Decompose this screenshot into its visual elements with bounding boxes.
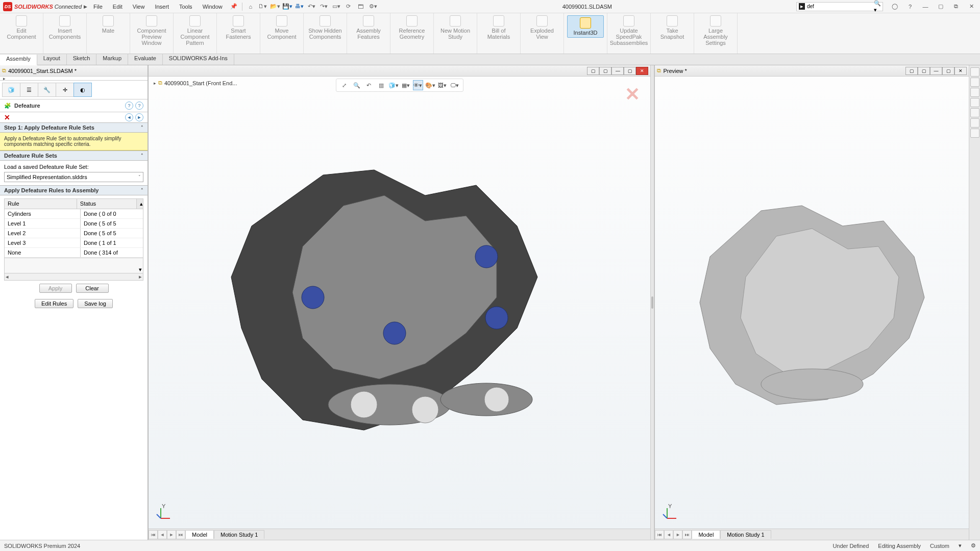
property-manager-tab-icon[interactable]: ☰ <box>20 83 38 97</box>
graphics-area[interactable]: ▸ ⧉ 40099001_Start (Front End... ⤢ 🔍 ↶ ▥… <box>149 77 650 529</box>
preview-triad-icon[interactable]: Y <box>662 504 678 520</box>
menu-window[interactable]: Window <box>199 3 227 11</box>
command-search[interactable]: ▸ 🔍▾ <box>796 2 883 11</box>
ribbon-assembly-features[interactable]: Assembly Features <box>350 15 387 40</box>
section-view-icon[interactable]: ▥ <box>376 80 386 90</box>
pm-next-icon[interactable]: ► <box>135 113 143 121</box>
ribbon-take-snapshot[interactable]: Take Snapshot <box>654 15 691 40</box>
ribbon-mate[interactable]: Mate <box>90 15 127 34</box>
rail-design-library-icon[interactable] <box>970 78 979 87</box>
feature-tree-tab-icon[interactable]: 🧊 <box>2 83 20 97</box>
previous-view-icon[interactable]: ↶ <box>364 80 374 90</box>
undo-icon[interactable]: ↶▾ <box>307 2 317 12</box>
table-row[interactable]: Level 3Done ( 1 of 1 <box>5 238 143 248</box>
save-log-button[interactable]: Save log <box>78 299 113 308</box>
pm-apply-rules-header[interactable]: Apply Defeature Rules to Assembly˄ <box>0 185 148 195</box>
btab-next-icon[interactable]: ► <box>167 530 176 539</box>
select-icon[interactable]: ▭▾ <box>331 2 341 12</box>
edit-appearance-icon[interactable]: 🎨▾ <box>425 80 435 90</box>
pm-help-detail-icon[interactable]: ? <box>125 102 133 110</box>
preview-graphics-area[interactable]: Y <box>655 77 969 529</box>
print-icon[interactable]: 🖶▾ <box>295 2 305 12</box>
search-dropdown-icon[interactable]: 🔍▾ <box>874 0 881 13</box>
cmtab-solidworks-add-ins[interactable]: SOLIDWORKS Add-Ins <box>163 54 234 65</box>
pv-btab-first-icon[interactable]: ⏮ <box>655 530 664 539</box>
rail-custom-props-icon[interactable] <box>970 118 979 128</box>
viewport-splitter[interactable] <box>650 65 654 540</box>
cmtab-markup[interactable]: Markup <box>96 54 128 65</box>
ribbon-smart-fasteners[interactable]: Smart Fasteners <box>220 15 257 40</box>
rail-appearances-icon[interactable] <box>970 108 979 117</box>
col-rule-header[interactable]: Rule <box>5 199 77 209</box>
help-icon[interactable]: ? <box>904 2 916 11</box>
ribbon-update-speedpak-subassemblies[interactable]: Update SpeedPak Subassemblies <box>610 15 647 46</box>
window-layout2-icon[interactable]: ⧉ <box>950 2 962 11</box>
window-layout1-icon[interactable]: ▢ <box>935 2 946 11</box>
settings-gear-icon[interactable]: ⚙▾ <box>368 2 378 12</box>
btab-first-icon[interactable]: ⏮ <box>149 530 158 539</box>
apply-scene-icon[interactable]: 🖼▾ <box>437 80 448 90</box>
home-icon[interactable]: ⌂ <box>246 2 256 12</box>
pin-icon[interactable]: 📌 <box>229 2 239 12</box>
configuration-tab-icon[interactable]: 🔧 <box>38 83 56 97</box>
view-triad-icon[interactable]: Y <box>156 504 172 520</box>
ribbon-linear-component-pattern[interactable]: Linear Component Pattern <box>177 15 213 46</box>
new-doc-icon[interactable]: 🗋▾ <box>258 2 268 12</box>
vp-close-icon[interactable]: ✕ <box>636 67 648 75</box>
pv-btab-prev-icon[interactable]: ◄ <box>664 530 673 539</box>
ribbon-component-preview-window[interactable]: Component Preview Window <box>133 15 170 46</box>
pm-help-icon[interactable]: ? <box>135 102 143 110</box>
pv-btab-model[interactable]: Model <box>692 530 720 539</box>
btab-model[interactable]: Model <box>185 530 214 539</box>
status-unit-flyout-icon[interactable]: ▾ <box>959 542 962 549</box>
menu-file[interactable]: File <box>89 3 107 11</box>
vp-tile1-icon[interactable]: ▢ <box>587 67 599 75</box>
options-flyout-icon[interactable]: 🗔 <box>356 2 366 12</box>
open-doc-icon[interactable]: 📂▾ <box>270 2 280 12</box>
display-style-icon[interactable]: ▦▾ <box>401 80 411 90</box>
table-row[interactable]: Level 2Done ( 5 of 5 <box>5 229 143 238</box>
rail-resources-icon[interactable] <box>970 67 979 77</box>
ribbon-large-assembly-settings[interactable]: Large Assembly Settings <box>697 15 734 46</box>
table-hscroll[interactable]: ◂ ▸ <box>4 273 143 281</box>
cmtab-layout[interactable]: Layout <box>37 54 67 65</box>
table-row[interactable]: CylindersDone ( 0 of 0 <box>5 209 143 219</box>
panel-expand-icon[interactable]: ▸ <box>3 76 6 81</box>
menu-insert[interactable]: Insert <box>151 3 173 11</box>
table-row[interactable]: NoneDone ( 314 of <box>5 248 143 258</box>
pv-btab-motion[interactable]: Motion Study 1 <box>720 530 771 539</box>
btab-last-icon[interactable]: ⏭ <box>176 530 185 539</box>
hscroll-left-icon[interactable]: ◂ <box>6 273 9 280</box>
cmtab-assembly[interactable]: Assembly <box>0 55 37 65</box>
ribbon-move-component[interactable]: Move Component <box>263 15 300 40</box>
menu-view[interactable]: View <box>129 3 149 11</box>
vp-maximize-icon[interactable]: ▢ <box>624 67 636 75</box>
btab-motion[interactable]: Motion Study 1 <box>214 530 264 539</box>
ribbon-exploded-view[interactable]: Exploded View <box>524 15 560 40</box>
menu-edit[interactable]: Edit <box>109 3 127 11</box>
ribbon-show-hidden-components[interactable]: Show Hidden Components <box>307 15 344 40</box>
zoom-area-icon[interactable]: 🔍 <box>352 80 362 90</box>
col-status-header[interactable]: Status <box>77 199 136 209</box>
ribbon-instant3d[interactable]: Instant3D <box>567 15 604 38</box>
rail-forum-icon[interactable] <box>970 129 979 138</box>
table-scroll-down-icon[interactable]: ▾ <box>139 266 142 273</box>
user-account-icon[interactable]: ◯ <box>889 2 900 11</box>
view-orientation-icon[interactable]: 🧊▾ <box>388 80 399 90</box>
cmtab-evaluate[interactable]: Evaluate <box>128 54 163 65</box>
pv-btab-last-icon[interactable]: ⏭ <box>682 530 692 539</box>
btab-prev-icon[interactable]: ◄ <box>158 530 167 539</box>
pm-step1-header[interactable]: Step 1: Apply Defeature Rule Sets˄ <box>0 122 148 133</box>
window-minimize-icon[interactable]: — <box>920 2 931 11</box>
vp-minimize-icon[interactable]: — <box>611 67 624 75</box>
pv-tile2-icon[interactable]: ▢ <box>918 67 930 75</box>
pv-maximize-icon[interactable]: ▢ <box>942 67 954 75</box>
redo-icon[interactable]: ↷▾ <box>319 2 329 12</box>
dimxpert-tab-icon[interactable]: ✛ <box>56 83 74 97</box>
menu-tools[interactable]: Tools <box>175 3 197 11</box>
cmtab-sketch[interactable]: Sketch <box>67 54 97 65</box>
table-row[interactable]: Level 1Done ( 5 of 5 <box>5 219 143 229</box>
ruleset-dropdown[interactable]: Simplified Representation.slddrs ˅ <box>4 172 143 182</box>
ribbon-reference-geometry[interactable]: Reference Geometry <box>394 15 430 40</box>
command-search-input[interactable] <box>807 4 872 9</box>
